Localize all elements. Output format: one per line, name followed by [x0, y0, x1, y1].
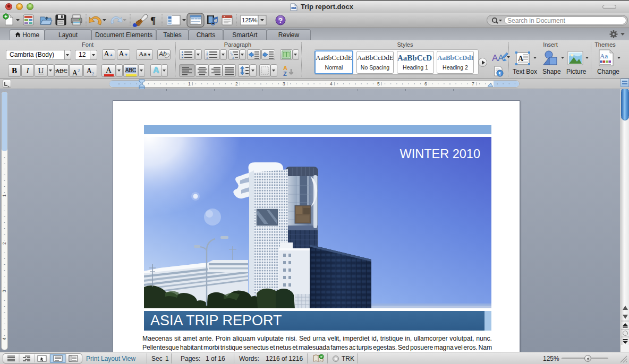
svg-text:7: 7	[472, 81, 474, 86]
svg-text:A: A	[498, 53, 504, 63]
svg-text:3: 3	[232, 56, 234, 59]
svg-text:3: 3	[283, 81, 285, 86]
svg-text:¶: ¶	[150, 15, 156, 26]
svg-text:6: 6	[424, 81, 427, 86]
svg-text:A: A	[518, 55, 524, 63]
svg-text:5: 5	[377, 81, 380, 86]
svg-text:?: ?	[278, 16, 283, 24]
svg-text:Z: Z	[283, 71, 287, 77]
svg-text:2: 2	[2, 242, 7, 245]
svg-text:3: 3	[2, 290, 7, 292]
svg-text:WINTER 2010: WINTER 2010	[400, 147, 481, 161]
svg-text:Aa: Aa	[600, 52, 608, 60]
svg-text:2: 2	[235, 81, 238, 86]
svg-text:1: 1	[2, 194, 7, 197]
svg-text:3: 3	[206, 56, 208, 59]
svg-text:4: 4	[2, 337, 7, 340]
svg-text:¶: ¶	[499, 71, 501, 76]
svg-text:125%: 125%	[242, 17, 257, 23]
svg-text:DOCX: DOCX	[292, 7, 298, 9]
svg-text:1: 1	[188, 81, 191, 86]
svg-text:4: 4	[330, 81, 333, 86]
